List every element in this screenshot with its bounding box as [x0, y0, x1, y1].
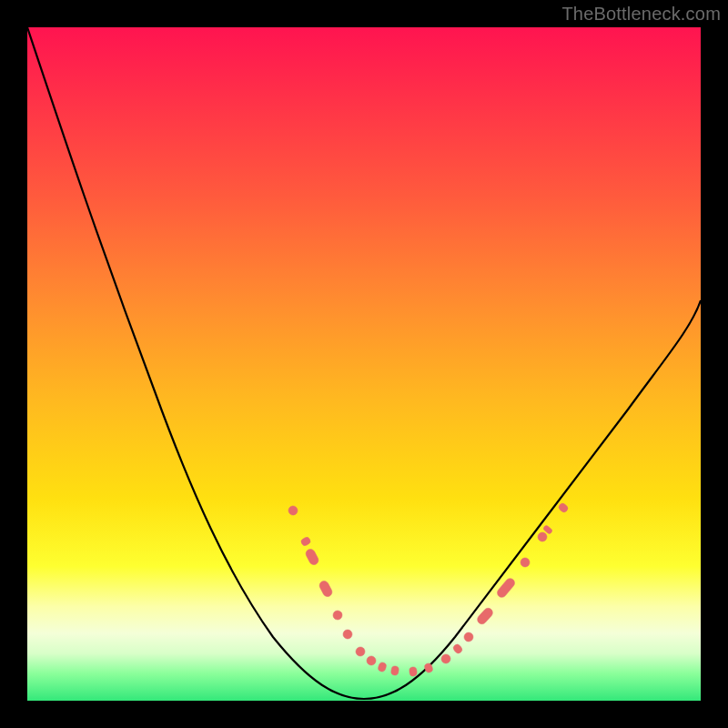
svg-rect-12	[440, 652, 452, 665]
svg-rect-8	[378, 662, 388, 672]
svg-rect-3	[318, 580, 333, 599]
chart-frame: TheBottleneck.com	[0, 0, 728, 728]
highlight-markers	[287, 502, 569, 677]
svg-rect-10	[409, 667, 417, 677]
svg-rect-2	[304, 548, 319, 567]
svg-rect-7	[365, 654, 378, 667]
svg-rect-1	[300, 536, 312, 547]
svg-rect-17	[519, 556, 531, 569]
svg-rect-5	[341, 628, 354, 641]
svg-rect-9	[390, 665, 399, 675]
svg-rect-14	[462, 631, 475, 643]
plot-area	[27, 27, 701, 701]
svg-rect-4	[331, 609, 344, 622]
curve-layer	[27, 27, 701, 701]
svg-rect-0	[287, 504, 299, 517]
svg-rect-20	[558, 502, 570, 514]
svg-rect-15	[476, 606, 495, 626]
svg-rect-13	[452, 643, 463, 655]
watermark-text: TheBottleneck.com	[561, 4, 721, 25]
svg-rect-6	[354, 645, 367, 658]
bottleneck-curve	[27, 27, 701, 699]
